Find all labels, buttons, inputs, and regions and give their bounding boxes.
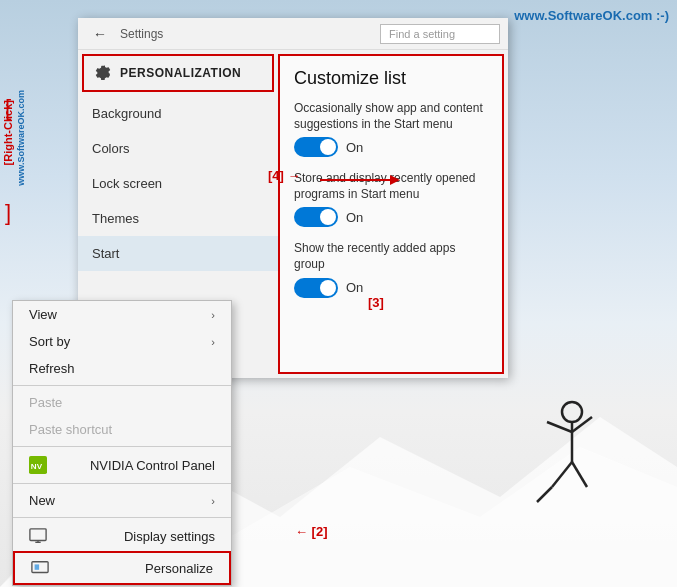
toggle-desc-1: Occasionally show app and content sugges… (294, 101, 488, 132)
ctx-sep-4 (13, 517, 231, 518)
ctx-sep-1 (13, 385, 231, 386)
settings-content: Customize list Occasionally show app and… (278, 54, 504, 374)
ctx-arrow-view: › (211, 309, 215, 321)
toggle-section-1: Occasionally show app and content sugges… (294, 101, 488, 157)
ctx-item-sortby[interactable]: Sort by › (13, 328, 231, 355)
toggle-switch-2[interactable] (294, 207, 338, 227)
annotation-2: ← [2] (295, 524, 328, 539)
ctx-item-new[interactable]: New › (13, 487, 231, 514)
nvidia-icon: NV (29, 456, 47, 474)
svg-line-8 (537, 487, 552, 502)
annotation-4-label: [4] → (268, 168, 301, 183)
ctx-item-nvidia-label: NVIDIA Control Panel (90, 458, 215, 473)
ctx-item-view[interactable]: View › (13, 301, 231, 328)
find-setting-input[interactable]: Find a setting (380, 24, 500, 44)
ctx-item-display[interactable]: Display settings (13, 521, 231, 551)
ctx-item-nvidia[interactable]: NV NVIDIA Control Panel (13, 450, 231, 480)
nav-item-themes[interactable]: Themes (78, 201, 278, 236)
svg-text:NV: NV (31, 462, 43, 471)
nav-item-start-label: Start (92, 246, 119, 261)
ctx-arrow-sortby: › (211, 336, 215, 348)
toggle-label-1: On (346, 140, 363, 155)
back-arrow-icon: ← (93, 26, 107, 42)
nav-item-lockscreen[interactable]: Lock screen (78, 166, 278, 201)
toggle-label-2: On (346, 210, 363, 225)
svg-rect-16 (32, 562, 48, 573)
ctx-sep-2 (13, 446, 231, 447)
nav-item-start[interactable]: Start (78, 236, 278, 271)
personalize-icon (31, 559, 49, 577)
annotation-4: [4] → (268, 168, 301, 183)
ctx-item-refresh-label: Refresh (29, 361, 75, 376)
nav-item-lockscreen-label: Lock screen (92, 176, 162, 191)
ctx-item-paste-label: Paste (29, 395, 62, 410)
svg-rect-17 (35, 564, 40, 569)
ctx-arrow-new: › (211, 495, 215, 507)
toggle-row-2: On (294, 207, 488, 227)
settings-titlebar: ← Settings Find a setting (78, 18, 508, 50)
gear-icon (94, 64, 112, 82)
context-menu: View › Sort by › Refresh Paste Paste sho… (12, 300, 232, 586)
watermark-text: www.SoftwareOK.com :-) (514, 8, 669, 23)
svg-line-5 (572, 417, 592, 432)
annotation-3: [3] (368, 295, 384, 310)
back-button[interactable]: ← (86, 20, 114, 48)
svg-point-2 (562, 402, 582, 422)
personalization-label: PERSONALIZATION (120, 66, 241, 80)
toggle-label-3: On (346, 280, 363, 295)
ctx-sep-3 (13, 483, 231, 484)
toggle-row-3: On (294, 278, 488, 298)
ctx-item-paste-shortcut: Paste shortcut (13, 416, 231, 443)
stickman-decoration (517, 397, 597, 507)
nav-item-background-label: Background (92, 106, 161, 121)
ctx-item-paste-shortcut-label: Paste shortcut (29, 422, 112, 437)
toggle-desc-3: Show the recently added apps group (294, 241, 488, 272)
nav-item-colors-label: Colors (92, 141, 130, 156)
bracket-right: ] (5, 200, 11, 226)
nav-item-background[interactable]: Background (78, 96, 278, 131)
ctx-item-new-label: New (29, 493, 55, 508)
ctx-item-personalize[interactable]: Personalize (13, 551, 231, 585)
svg-marker-10 (390, 175, 400, 185)
annotation-2-label: ← [2] (295, 524, 328, 539)
annotation-3-label: [3] (368, 295, 384, 310)
arrow-4 (320, 170, 400, 190)
ctx-item-paste: Paste (13, 389, 231, 416)
nav-item-themes-label: Themes (92, 211, 139, 226)
svg-rect-13 (30, 529, 46, 541)
display-icon (29, 527, 47, 545)
svg-line-7 (572, 462, 587, 487)
ctx-item-refresh[interactable]: Refresh (13, 355, 231, 382)
ctx-item-display-label: Display settings (124, 529, 215, 544)
ctx-item-personalize-label: Personalize (145, 561, 213, 576)
ctx-item-sortby-label: Sort by (29, 334, 70, 349)
personalization-header: PERSONALIZATION (82, 54, 274, 92)
toggle-switch-1[interactable] (294, 137, 338, 157)
toggle-switch-3[interactable] (294, 278, 338, 298)
customize-title: Customize list (294, 68, 488, 89)
ctx-item-view-label: View (29, 307, 57, 322)
softwareok-sidebar: www.SoftwareOK.com (16, 90, 26, 186)
settings-title: Settings (120, 27, 163, 41)
right-click-annotation: [Right-Click] (2, 100, 14, 165)
svg-line-4 (547, 422, 572, 432)
toggle-section-3: Show the recently added apps group On (294, 241, 488, 297)
toggle-row-1: On (294, 137, 488, 157)
nav-item-colors[interactable]: Colors (78, 131, 278, 166)
svg-line-6 (552, 462, 572, 487)
find-setting-placeholder: Find a setting (389, 28, 455, 40)
